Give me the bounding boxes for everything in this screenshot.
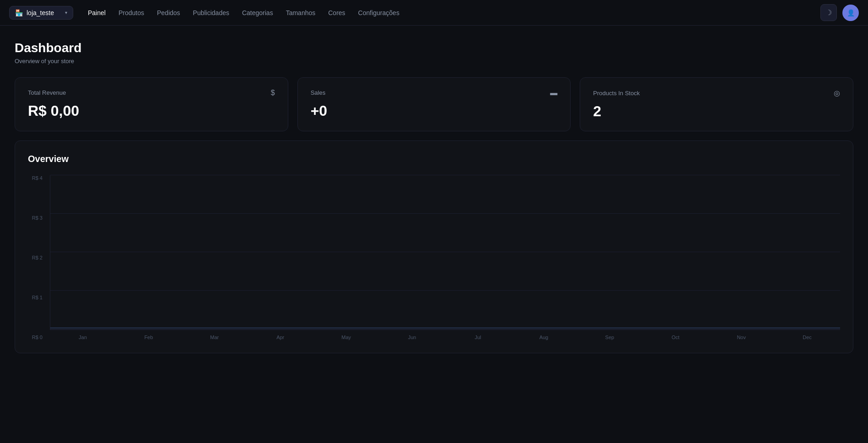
x-label: Jun bbox=[379, 335, 445, 340]
x-label: Apr bbox=[248, 335, 313, 340]
x-label: Mar bbox=[182, 335, 248, 340]
y-axis: R$ 0R$ 1R$ 2R$ 3R$ 4 bbox=[28, 175, 50, 340]
x-label: Aug bbox=[511, 335, 577, 340]
x-label: Feb bbox=[116, 335, 182, 340]
chart-container: R$ 0R$ 1R$ 2R$ 3R$ 4 JanFebMarAprMayJunJ… bbox=[28, 175, 840, 340]
chart-body: JanFebMarAprMayJunJulAugSepOctNovDec bbox=[50, 175, 840, 340]
x-label: Oct bbox=[642, 335, 708, 340]
stat-card-0: Total Revenue$R$ 0,00 bbox=[15, 77, 288, 131]
stat-icon-1: ▬ bbox=[550, 89, 557, 97]
y-label: R$ 3 bbox=[28, 215, 43, 221]
stat-icon-0: $ bbox=[271, 89, 275, 97]
stat-card-1: Sales▬+0 bbox=[297, 77, 571, 131]
theme-toggle-button[interactable]: ☽ bbox=[820, 4, 837, 21]
stat-cards: Total Revenue$R$ 0,00Sales▬+0Products In… bbox=[15, 77, 853, 131]
x-label: Nov bbox=[708, 335, 774, 340]
stat-label-0: Total Revenue bbox=[28, 89, 66, 96]
store-selector[interactable]: 🏪 loja_teste ▾ bbox=[9, 6, 73, 20]
store-icon: 🏪 bbox=[15, 9, 23, 16]
x-label: May bbox=[313, 335, 379, 340]
overview-title: Overview bbox=[28, 154, 840, 164]
chart-plot bbox=[50, 175, 840, 330]
grid-line bbox=[50, 175, 840, 175]
page-title: Dashboard bbox=[15, 40, 853, 56]
stat-card-2: Products In Stock◎2 bbox=[580, 77, 853, 131]
x-label: Jul bbox=[445, 335, 511, 340]
nav-link-publicidades[interactable]: Publicidades bbox=[193, 9, 229, 16]
chevron-down-icon: ▾ bbox=[65, 10, 67, 15]
nav-link-pedidos[interactable]: Pedidos bbox=[157, 9, 180, 16]
nav-link-cores[interactable]: Cores bbox=[328, 9, 345, 16]
y-label: R$ 0 bbox=[28, 335, 43, 340]
nav-actions: ☽ 👤 bbox=[820, 4, 859, 21]
overview-section: Overview R$ 0R$ 1R$ 2R$ 3R$ 4 JanFebMarA… bbox=[15, 140, 853, 353]
y-label: R$ 1 bbox=[28, 295, 43, 300]
x-label: Dec bbox=[774, 335, 840, 340]
stat-value-2: 2 bbox=[593, 103, 840, 120]
stat-value-0: R$ 0,00 bbox=[28, 103, 275, 119]
x-label: Sep bbox=[577, 335, 642, 340]
nav-links: PainelProdutosPedidosPublicidadesCategor… bbox=[88, 9, 806, 16]
nav-link-configurações[interactable]: Configurações bbox=[358, 9, 399, 16]
main-content: Dashboard Overview of your store Total R… bbox=[0, 26, 868, 353]
stat-icon-2: ◎ bbox=[834, 89, 840, 97]
grid-line bbox=[50, 290, 840, 291]
stat-label-1: Sales bbox=[311, 89, 326, 96]
chart-area: R$ 0R$ 1R$ 2R$ 3R$ 4 JanFebMarAprMayJunJ… bbox=[28, 175, 840, 340]
stat-value-1: +0 bbox=[311, 103, 558, 119]
y-label: R$ 2 bbox=[28, 255, 43, 260]
x-label: Jan bbox=[50, 335, 116, 340]
x-axis: JanFebMarAprMayJunJulAugSepOctNovDec bbox=[50, 330, 840, 340]
nav-link-categorias[interactable]: Categorias bbox=[242, 9, 273, 16]
grid-line bbox=[50, 252, 840, 252]
grid-line bbox=[50, 213, 840, 214]
page-subtitle: Overview of your store bbox=[15, 58, 853, 65]
navbar: 🏪 loja_teste ▾ PainelProdutosPedidosPubl… bbox=[0, 0, 868, 26]
store-name: loja_teste bbox=[27, 9, 54, 16]
nav-link-painel[interactable]: Painel bbox=[88, 9, 106, 16]
nav-link-tamanhos[interactable]: Tamanhos bbox=[286, 9, 316, 16]
y-label: R$ 4 bbox=[28, 175, 43, 181]
stat-label-2: Products In Stock bbox=[593, 90, 640, 97]
chart-svg bbox=[50, 175, 840, 330]
avatar[interactable]: 👤 bbox=[842, 5, 859, 21]
nav-link-produtos[interactable]: Produtos bbox=[119, 9, 144, 16]
grid-line bbox=[50, 329, 840, 330]
